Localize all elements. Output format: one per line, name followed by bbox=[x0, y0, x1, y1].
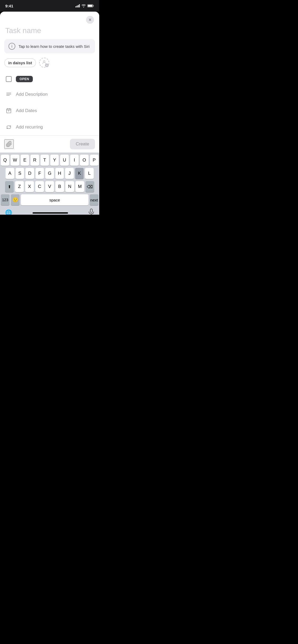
svg-rect-0 bbox=[75, 6, 76, 7]
add-dates-label: Add Dates bbox=[16, 108, 37, 113]
key-e[interactable]: E bbox=[21, 155, 29, 166]
info-icon: i bbox=[8, 43, 15, 50]
status-row[interactable]: OPEN bbox=[0, 72, 99, 86]
add-assignee-button[interactable]: + bbox=[39, 58, 49, 68]
status-badge: OPEN bbox=[16, 76, 33, 82]
emoji-key[interactable]: 🙂 bbox=[11, 194, 20, 205]
status-bar: 9:41 bbox=[0, 0, 99, 12]
task-name-section bbox=[0, 24, 99, 39]
create-button[interactable]: Create bbox=[70, 139, 95, 149]
signal-icon bbox=[75, 4, 80, 8]
siri-banner[interactable]: i Tap to learn how to create tasks with … bbox=[4, 39, 95, 53]
svg-rect-3 bbox=[79, 4, 80, 7]
battery-icon bbox=[87, 4, 94, 8]
key-f[interactable]: F bbox=[35, 168, 44, 179]
key-q[interactable]: Q bbox=[1, 155, 9, 166]
key-h[interactable]: H bbox=[55, 168, 64, 179]
modal-sheet: ✕ i Tap to learn how to create tasks wit… bbox=[0, 12, 99, 215]
keyboard-bottom-row: 🌐 bbox=[1, 208, 98, 215]
svg-point-7 bbox=[43, 61, 45, 62]
key-a[interactable]: A bbox=[6, 168, 14, 179]
recurring-icon bbox=[5, 124, 12, 131]
key-k[interactable]: K bbox=[75, 168, 84, 179]
list-prefix: in bbox=[8, 61, 13, 65]
keyboard-row-2: A S D F G H J K L bbox=[1, 168, 98, 179]
key-y[interactable]: Y bbox=[50, 155, 59, 166]
key-t[interactable]: T bbox=[40, 155, 49, 166]
key-v[interactable]: V bbox=[45, 181, 54, 192]
next-key[interactable]: next bbox=[90, 194, 98, 205]
status-time: 9:41 bbox=[5, 4, 13, 8]
key-x[interactable]: X bbox=[25, 181, 34, 192]
microphone-icon[interactable] bbox=[88, 209, 94, 215]
keyboard-row-3: ⬆ Z X C V B N M ⌫ bbox=[1, 181, 98, 192]
key-g[interactable]: G bbox=[45, 168, 54, 179]
delete-key[interactable]: ⌫ bbox=[85, 181, 94, 192]
status-square-icon bbox=[5, 76, 12, 82]
list-name: daisys list bbox=[13, 61, 32, 65]
key-z[interactable]: Z bbox=[15, 181, 24, 192]
key-b[interactable]: B bbox=[55, 181, 64, 192]
numbers-key[interactable]: 123 bbox=[1, 194, 10, 205]
key-m[interactable]: M bbox=[75, 181, 84, 192]
svg-rect-1 bbox=[77, 6, 78, 7]
svg-rect-2 bbox=[78, 5, 79, 7]
wifi-icon bbox=[82, 4, 86, 8]
add-recurring-row[interactable]: Add recurring bbox=[0, 119, 99, 135]
task-name-input[interactable] bbox=[5, 26, 94, 35]
svg-rect-6 bbox=[88, 5, 93, 7]
key-o[interactable]: O bbox=[80, 155, 88, 166]
bottom-toolbar: Create bbox=[0, 135, 99, 153]
siri-text: Tap to learn how to create tasks with Si… bbox=[19, 44, 89, 49]
key-n[interactable]: N bbox=[65, 181, 74, 192]
add-recurring-label: Add recurring bbox=[16, 125, 43, 130]
list-assignee-row: in daisys list + bbox=[0, 58, 99, 72]
home-indicator bbox=[33, 212, 68, 214]
add-dates-row[interactable]: Add Dates bbox=[0, 103, 99, 119]
description-icon bbox=[5, 91, 12, 98]
svg-rect-17 bbox=[90, 209, 92, 213]
key-p[interactable]: P bbox=[90, 155, 98, 166]
key-r[interactable]: R bbox=[30, 155, 39, 166]
list-tag[interactable]: in daisys list bbox=[4, 58, 36, 67]
key-l[interactable]: L bbox=[85, 168, 94, 179]
key-j[interactable]: J bbox=[65, 168, 74, 179]
key-c[interactable]: C bbox=[35, 181, 44, 192]
modal-header: ✕ bbox=[0, 12, 99, 24]
key-w[interactable]: W bbox=[11, 155, 19, 166]
attachment-button[interactable] bbox=[4, 139, 14, 149]
globe-icon[interactable]: 🌐 bbox=[5, 209, 12, 215]
keyboard-row-1: Q W E R T Y U I O P bbox=[1, 155, 98, 166]
svg-rect-5 bbox=[93, 5, 94, 6]
keyboard-row-4: 123 🙂 space next bbox=[1, 194, 98, 205]
keyboard: Q W E R T Y U I O P A S D F G H J K L ⬆ … bbox=[0, 153, 99, 215]
key-s[interactable]: S bbox=[16, 168, 24, 179]
space-key[interactable]: space bbox=[21, 194, 88, 205]
shift-key[interactable]: ⬆ bbox=[5, 181, 14, 192]
close-button[interactable]: ✕ bbox=[86, 16, 94, 24]
status-icons bbox=[75, 4, 94, 8]
key-d[interactable]: D bbox=[25, 168, 34, 179]
svg-point-16 bbox=[9, 111, 9, 111]
key-u[interactable]: U bbox=[60, 155, 69, 166]
add-description-label: Add Description bbox=[16, 92, 48, 97]
plus-badge: + bbox=[45, 63, 49, 67]
add-description-row[interactable]: Add Description bbox=[0, 86, 99, 103]
key-i[interactable]: I bbox=[70, 155, 79, 166]
calendar-icon bbox=[5, 107, 12, 114]
